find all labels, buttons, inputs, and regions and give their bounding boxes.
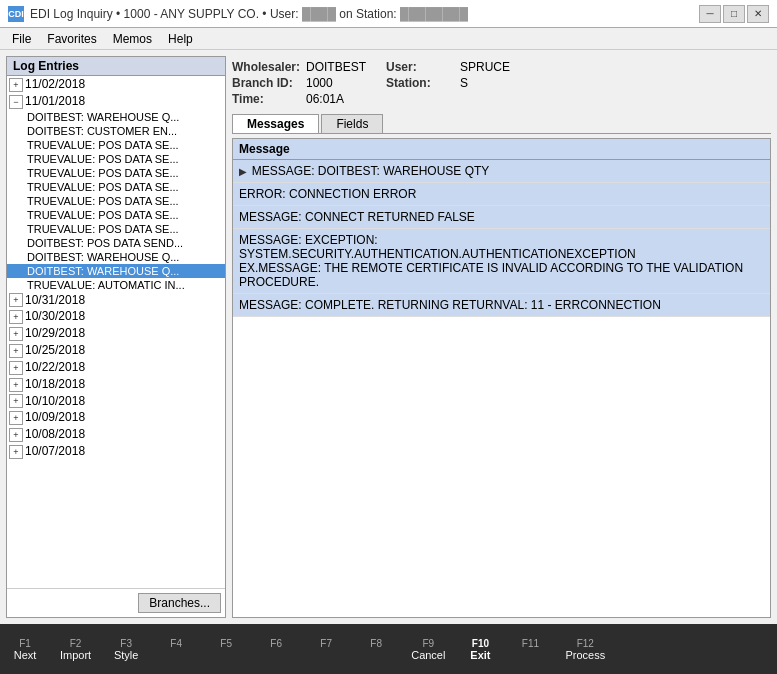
message-row-row1[interactable]: ▶ MESSAGE: DOITBEST: WAREHOUSE QTY: [233, 160, 770, 183]
tree-node-11022018[interactable]: +11/02/2018: [7, 76, 225, 93]
tree-node-10312018[interactable]: +10/31/2018: [7, 292, 225, 309]
info-block-right: User: SPRUCE Station: S: [386, 60, 510, 106]
footer-key-f5[interactable]: F5: [211, 638, 241, 661]
footer-key-f2[interactable]: F2Import: [60, 638, 91, 661]
expand-icon[interactable]: +: [9, 361, 23, 375]
footer-key-f11[interactable]: F11: [515, 638, 545, 661]
message-row-row5[interactable]: MESSAGE: COMPLETE. RETURNING RETURNVAL: …: [233, 294, 770, 317]
window-controls[interactable]: ─ □ ✕: [699, 5, 769, 23]
key-code-f10: F10: [472, 638, 489, 649]
tree-node-10082018[interactable]: +10/08/2018: [7, 426, 225, 443]
expand-icon[interactable]: +: [9, 310, 23, 324]
message-cell-row5: MESSAGE: COMPLETE. RETURNING RETURNVAL: …: [233, 294, 770, 317]
tree-node-child1[interactable]: DOITBEST: WAREHOUSE Q...: [7, 110, 225, 124]
message-row-row3[interactable]: MESSAGE: CONNECT RETURNED FALSE: [233, 206, 770, 229]
expand-icon[interactable]: +: [9, 428, 23, 442]
tree-node-child4[interactable]: TRUEVALUE: POS DATA SE...: [7, 152, 225, 166]
key-code-f3: F3: [120, 638, 132, 649]
tree-node-10222018[interactable]: +10/22/2018: [7, 359, 225, 376]
expand-icon[interactable]: +: [9, 445, 23, 459]
tree-node-child7[interactable]: TRUEVALUE: POS DATA SE...: [7, 194, 225, 208]
log-entries-tree[interactable]: +11/02/2018−11/01/2018DOITBEST: WAREHOUS…: [7, 76, 225, 588]
key-code-f8: F8: [370, 638, 382, 649]
expand-icon[interactable]: +: [9, 293, 23, 307]
sep1: •: [116, 7, 120, 21]
branches-button[interactable]: Branches...: [138, 593, 221, 613]
menu-file[interactable]: File: [4, 31, 39, 47]
menu-help[interactable]: Help: [160, 31, 201, 47]
station-label: on Station:: [339, 7, 396, 21]
key-code-f5: F5: [220, 638, 232, 649]
expand-icon[interactable]: +: [9, 78, 23, 92]
maximize-button[interactable]: □: [723, 5, 745, 23]
expand-icon[interactable]: +: [9, 344, 23, 358]
time-label: Time:: [232, 92, 302, 106]
tree-node-10252018[interactable]: +10/25/2018: [7, 342, 225, 359]
tree-node-10292018[interactable]: +10/29/2018: [7, 325, 225, 342]
messages-table: Message ▶ MESSAGE: DOITBEST: WAREHOUSE Q…: [233, 139, 770, 317]
branch-value: 1000: [306, 76, 333, 90]
minimize-button[interactable]: ─: [699, 5, 721, 23]
message-cell-row4: MESSAGE: EXCEPTION: SYSTEM.SECURITY.AUTH…: [233, 229, 770, 294]
tree-node-10102018[interactable]: +10/10/2018: [7, 393, 225, 410]
key-code-f9: F9: [422, 638, 434, 649]
tree-node-11012018[interactable]: −11/01/2018: [7, 93, 225, 110]
tree-node-child8[interactable]: TRUEVALUE: POS DATA SE...: [7, 208, 225, 222]
tree-node-child12[interactable]: DOITBEST: WAREHOUSE Q...: [7, 264, 225, 278]
right-panel: Wholesaler: DOITBEST Branch ID: 1000 Tim…: [232, 56, 771, 618]
footer-key-f1[interactable]: F1Next: [10, 638, 40, 661]
footer-key-f9[interactable]: F9Cancel: [411, 638, 445, 661]
time-value: 06:01A: [306, 92, 344, 106]
branch-line: Branch ID: 1000: [232, 76, 366, 90]
close-button[interactable]: ✕: [747, 5, 769, 23]
tab-fields[interactable]: Fields: [321, 114, 383, 133]
user-line: User: SPRUCE: [386, 60, 510, 74]
tree-node-child5[interactable]: TRUEVALUE: POS DATA SE...: [7, 166, 225, 180]
function-keys: F1NextF2ImportF3StyleF4F5F6F7F8F9CancelF…: [10, 638, 605, 661]
key-code-f2: F2: [70, 638, 82, 649]
key-label-f3: Style: [114, 649, 138, 661]
tab-messages[interactable]: Messages: [232, 114, 319, 133]
messages-table-container[interactable]: Message ▶ MESSAGE: DOITBEST: WAREHOUSE Q…: [232, 138, 771, 618]
footer-key-f10[interactable]: F10Exit: [465, 638, 495, 661]
log-entries-panel: Log Entries +11/02/2018−11/01/2018DOITBE…: [6, 56, 226, 618]
footer-key-f7[interactable]: F7: [311, 638, 341, 661]
footer-key-f3[interactable]: F3Style: [111, 638, 141, 661]
app-icon: CDI: [8, 6, 24, 22]
row-arrow-icon: ▶: [239, 166, 252, 177]
expand-icon[interactable]: +: [9, 411, 23, 425]
key-code-f7: F7: [320, 638, 332, 649]
tree-node-10302018[interactable]: +10/30/2018: [7, 308, 225, 325]
footer-key-f12[interactable]: F12Process: [565, 638, 605, 661]
message-cell-row2: ERROR: CONNECTION ERROR: [233, 183, 770, 206]
tree-node-child2[interactable]: DOITBEST: CUSTOMER EN...: [7, 124, 225, 138]
tree-node-10092018[interactable]: +10/09/2018: [7, 409, 225, 426]
key-code-f1: F1: [19, 638, 31, 649]
tree-node-child13[interactable]: TRUEVALUE: AUTOMATIC IN...: [7, 278, 225, 292]
expand-icon[interactable]: +: [9, 378, 23, 392]
tree-node-child3[interactable]: TRUEVALUE: POS DATA SE...: [7, 138, 225, 152]
tree-node-child10[interactable]: DOITBEST: POS DATA SEND...: [7, 236, 225, 250]
sep2: •: [262, 7, 266, 21]
message-column-header: Message: [233, 139, 770, 160]
footer-key-f4[interactable]: F4: [161, 638, 191, 661]
station-line: Station: S: [386, 76, 510, 90]
tree-node-child9[interactable]: TRUEVALUE: POS DATA SE...: [7, 222, 225, 236]
tree-node-child11[interactable]: DOITBEST: WAREHOUSE Q...: [7, 250, 225, 264]
info-row: Wholesaler: DOITBEST Branch ID: 1000 Tim…: [232, 56, 771, 110]
wholesaler-value: DOITBEST: [306, 60, 366, 74]
tree-node-10182018[interactable]: +10/18/2018: [7, 376, 225, 393]
menu-memos[interactable]: Memos: [105, 31, 160, 47]
footer-key-f8[interactable]: F8: [361, 638, 391, 661]
station-value: S: [460, 76, 468, 90]
message-row-row2[interactable]: ERROR: CONNECTION ERROR: [233, 183, 770, 206]
title-bar-left: CDI EDI Log Inquiry • 1000 - ANY SUPPLY …: [8, 6, 468, 22]
tree-node-10072018[interactable]: +10/07/2018: [7, 443, 225, 460]
menu-favorites[interactable]: Favorites: [39, 31, 104, 47]
message-row-row4[interactable]: MESSAGE: EXCEPTION: SYSTEM.SECURITY.AUTH…: [233, 229, 770, 294]
footer-key-f6[interactable]: F6: [261, 638, 291, 661]
tree-node-child6[interactable]: TRUEVALUE: POS DATA SE...: [7, 180, 225, 194]
collapse-icon[interactable]: −: [9, 95, 23, 109]
expand-icon[interactable]: +: [9, 327, 23, 341]
expand-icon[interactable]: +: [9, 394, 23, 408]
